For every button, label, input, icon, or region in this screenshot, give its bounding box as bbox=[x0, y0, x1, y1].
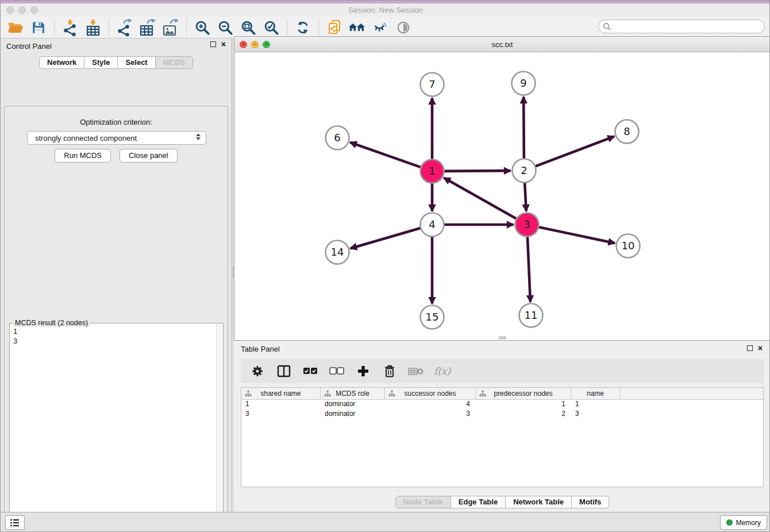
search-box[interactable] bbox=[598, 20, 765, 33]
graph-node-label-7: 7 bbox=[429, 78, 435, 90]
graph-node-label-1: 1 bbox=[429, 165, 435, 177]
close-panel-icon[interactable]: × bbox=[221, 41, 226, 47]
gear-icon bbox=[251, 365, 264, 377]
graph-edge-3-1[interactable] bbox=[444, 178, 517, 219]
zoom-out-button[interactable] bbox=[214, 18, 237, 37]
graph-node-label-14: 14 bbox=[331, 246, 344, 258]
optimization-criterion-value: strongly connected component bbox=[35, 134, 137, 142]
table-row[interactable]: 3 dominator 3 2 3 bbox=[241, 410, 763, 419]
export-image-button[interactable] bbox=[159, 18, 182, 37]
float-table-panel-icon[interactable] bbox=[747, 345, 753, 351]
cell-shared-name[interactable]: 3 bbox=[241, 410, 321, 419]
network-graph[interactable]: 7968124314101511 bbox=[234, 52, 770, 340]
horizontal-splitter-handle[interactable] bbox=[498, 336, 506, 340]
tab-network-table[interactable]: Network Table bbox=[506, 496, 572, 508]
zoom-fit-button[interactable] bbox=[237, 18, 260, 37]
result-scrollbar[interactable] bbox=[216, 324, 222, 532]
float-panel-icon[interactable] bbox=[210, 41, 216, 47]
tab-style[interactable]: Style bbox=[84, 56, 118, 69]
cell-predecessor-nodes[interactable]: 2 bbox=[476, 410, 571, 419]
graph-edge-4-14[interactable] bbox=[351, 228, 422, 248]
node-table[interactable]: shared name MCDS role successor nodes bbox=[241, 387, 764, 487]
graph-edge-1-2[interactable] bbox=[442, 171, 510, 171]
cell-name[interactable]: 3 bbox=[571, 410, 620, 419]
network-window-titlebar[interactable]: scc.txt × − + bbox=[234, 37, 770, 52]
close-panel-button[interactable]: Close panel bbox=[120, 149, 178, 163]
mcds-result-list[interactable]: 1 3 bbox=[11, 326, 215, 532]
column-header-name[interactable]: name bbox=[571, 388, 620, 399]
tab-motifs[interactable]: Motifs bbox=[572, 496, 609, 508]
column-header-mcds-role[interactable]: MCDS role bbox=[321, 388, 385, 399]
graph-node-label-9: 9 bbox=[520, 77, 526, 89]
deselect-all-columns-button[interactable] bbox=[326, 361, 347, 381]
home-icon bbox=[348, 21, 367, 34]
open-session-button[interactable] bbox=[4, 18, 27, 37]
tab-node-table[interactable]: Node Table bbox=[395, 496, 451, 508]
export-table-button[interactable] bbox=[136, 18, 159, 37]
graph-edge-2-9[interactable] bbox=[523, 97, 524, 160]
import-table-icon bbox=[85, 19, 101, 36]
zoom-selected-icon bbox=[263, 20, 279, 36]
graph-edge-2-8[interactable] bbox=[534, 136, 614, 167]
import-network-button[interactable] bbox=[59, 18, 82, 37]
tab-select[interactable]: Select bbox=[118, 56, 155, 69]
network-canvas[interactable]: 7968124314101511 bbox=[234, 52, 770, 340]
table-settings-button[interactable] bbox=[247, 361, 268, 381]
export-network-icon bbox=[117, 19, 133, 36]
open-folder-icon bbox=[7, 20, 24, 35]
delete-column-button[interactable] bbox=[379, 361, 400, 381]
table-toolbar: f(x) bbox=[241, 359, 764, 383]
cell-mcds-role[interactable]: dominator bbox=[321, 400, 385, 410]
network-overview-button[interactable] bbox=[323, 18, 346, 37]
zoom-out-icon bbox=[217, 20, 233, 36]
export-image-icon bbox=[162, 19, 179, 36]
column-header-filler bbox=[620, 388, 763, 399]
tab-edge-table[interactable]: Edge Table bbox=[451, 496, 506, 508]
graph-edge-1-6[interactable] bbox=[350, 142, 422, 168]
cell-successor-nodes[interactable]: 4 bbox=[385, 400, 476, 410]
delete-table-button[interactable] bbox=[405, 361, 426, 381]
optimization-criterion-select[interactable]: strongly connected component bbox=[27, 131, 206, 145]
hide-graphics-details-button[interactable] bbox=[369, 18, 392, 37]
cell-predecessor-nodes[interactable]: 1 bbox=[476, 400, 571, 410]
hide-graphics-icon bbox=[373, 20, 388, 35]
home-button[interactable] bbox=[346, 18, 369, 37]
refresh-view-button[interactable] bbox=[291, 18, 314, 37]
export-network-button[interactable] bbox=[113, 18, 136, 37]
import-table-button[interactable] bbox=[82, 18, 105, 37]
checked-boxes-icon bbox=[303, 367, 318, 376]
column-header-successor-nodes[interactable]: successor nodes bbox=[385, 388, 476, 399]
network-document-icon bbox=[327, 20, 342, 36]
close-table-panel-icon[interactable]: × bbox=[758, 345, 763, 351]
graph-edge-3-11[interactable] bbox=[528, 235, 530, 302]
trash-icon bbox=[383, 364, 396, 378]
graph-node-label-6: 6 bbox=[334, 132, 340, 144]
window-titlebar[interactable]: Session: New Session bbox=[1, 3, 770, 17]
run-mcds-button[interactable]: Run MCDS bbox=[55, 149, 111, 163]
select-arrows-icon bbox=[196, 133, 201, 140]
tab-mcds[interactable]: MCDS bbox=[156, 56, 193, 69]
column-header-predecessor-nodes[interactable]: predecessor nodes bbox=[476, 388, 571, 399]
zoom-in-button[interactable] bbox=[191, 18, 214, 37]
create-column-button[interactable] bbox=[352, 361, 374, 381]
select-all-columns-button[interactable] bbox=[299, 361, 321, 381]
task-history-button[interactable] bbox=[5, 515, 25, 530]
cell-mcds-role[interactable]: dominator bbox=[321, 410, 385, 419]
table-row[interactable]: 1 dominator 4 1 1 bbox=[241, 400, 763, 410]
function-builder-button[interactable]: f(x) bbox=[432, 361, 453, 381]
column-header-shared-name[interactable]: shared name bbox=[241, 388, 321, 399]
zoom-selected-button[interactable] bbox=[260, 18, 283, 37]
memory-button[interactable]: Memory bbox=[720, 515, 767, 530]
fx-icon: f(x) bbox=[434, 365, 451, 377]
tab-network[interactable]: Network bbox=[39, 56, 84, 69]
graph-edge-2-3[interactable] bbox=[525, 181, 526, 211]
save-session-button[interactable] bbox=[27, 18, 50, 37]
cell-shared-name[interactable]: 1 bbox=[241, 400, 321, 410]
cell-name[interactable]: 1 bbox=[571, 400, 620, 410]
search-input[interactable] bbox=[611, 21, 764, 32]
delete-table-icon bbox=[408, 366, 424, 376]
graph-edge-3-10[interactable] bbox=[537, 227, 615, 243]
toggle-panel-layout-button[interactable] bbox=[273, 361, 294, 381]
cell-successor-nodes[interactable]: 3 bbox=[385, 410, 476, 419]
birdseye-view-button[interactable] bbox=[392, 18, 415, 37]
